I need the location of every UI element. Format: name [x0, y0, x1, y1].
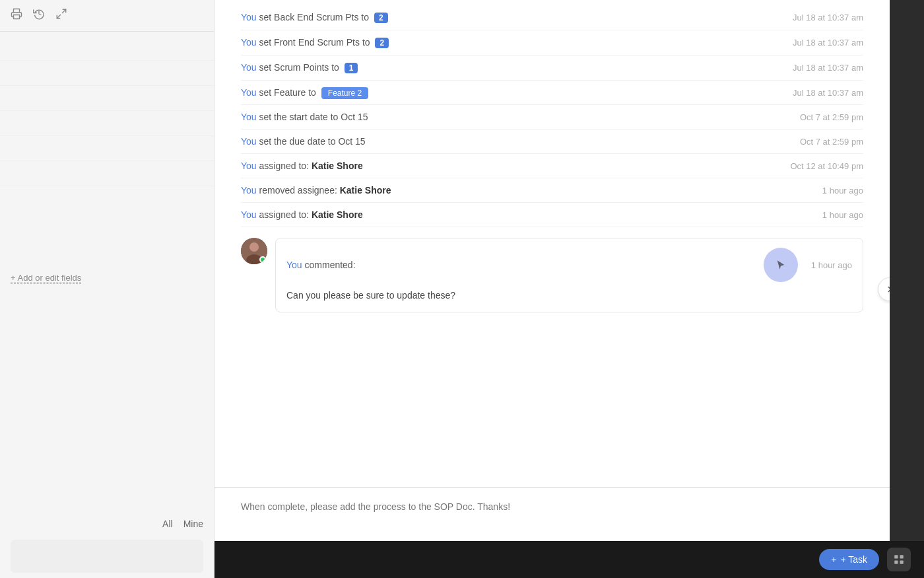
field-row-3	[0, 87, 214, 111]
activity-person-8: Katie Shore	[340, 185, 391, 196]
comment-text-input[interactable]	[214, 488, 890, 541]
field-row-1	[0, 37, 214, 61]
right-dark-panel	[890, 0, 924, 578]
activity-you-6: You	[241, 136, 257, 147]
all-mine-tabs: All Mine	[0, 513, 214, 534]
activity-area: You set Back End Scrum Pts to 2 Jul 18 a…	[214, 0, 890, 487]
activity-time-6: Oct 7 at 2:59 pm	[800, 137, 863, 147]
activity-time-9: 1 hour ago	[822, 210, 863, 220]
sidebar: + Add or edit fields All Mine	[0, 0, 214, 578]
tab-all[interactable]: All	[162, 519, 173, 529]
sidebar-fields	[0, 32, 214, 265]
badge-2: 2	[375, 38, 389, 48]
field-row-6	[0, 163, 214, 186]
activity-person-9: Katie Shore	[312, 209, 363, 220]
online-indicator	[259, 256, 266, 263]
add-task-button[interactable]: + + Task	[819, 549, 879, 570]
svg-line-2	[57, 15, 60, 18]
add-edit-fields-button[interactable]: + Add or edit fields	[0, 265, 214, 291]
activity-text-8: You removed assignee: Katie Shore	[241, 185, 391, 196]
badge-1: 2	[374, 13, 388, 23]
svg-rect-0	[14, 15, 20, 19]
comment-author-line: You commented:	[286, 259, 356, 271]
svg-line-1	[63, 9, 66, 13]
activity-you-4: You	[241, 87, 257, 98]
sidebar-input-area	[0, 534, 214, 578]
svg-rect-23	[894, 555, 898, 558]
svg-rect-25	[894, 561, 898, 564]
svg-rect-26	[900, 561, 904, 564]
activity-time-3: Jul 18 at 10:37 am	[793, 63, 863, 73]
activity-person-7: Katie Shore	[312, 161, 363, 171]
activity-row-5: You set the start date to Oct 15 Oct 7 a…	[241, 105, 863, 129]
activity-text-4: You set Feature to Feature 2	[241, 87, 371, 98]
activity-row-8: You removed assignee: Katie Shore 1 hour…	[241, 178, 863, 203]
activity-row-1: You set Back End Scrum Pts to 2 Jul 18 a…	[241, 5, 863, 30]
comment-body: Can you please be sure to update these?	[286, 289, 852, 303]
activity-time-2: Jul 18 at 10:37 am	[793, 38, 863, 48]
print-icon[interactable]	[11, 8, 22, 23]
activity-time-4: Jul 18 at 10:37 am	[793, 88, 863, 98]
activity-text-5: You set the start date to Oct 15	[241, 112, 368, 122]
activity-text-3: You set Scrum Points to 1	[241, 62, 360, 73]
grid-icon-button[interactable]	[887, 548, 911, 571]
comment-cursor-circle	[764, 248, 798, 282]
activity-you-8: You	[241, 185, 257, 196]
activity-text-2: You set Front End Scrum Pts to 2	[241, 37, 391, 48]
bottom-bar: + + Task	[214, 541, 924, 578]
plus-icon: +	[831, 554, 836, 565]
comment-bubble: You commented: 1 hour ago Can you please…	[275, 238, 863, 312]
task-label: + Task	[840, 554, 867, 565]
tab-mine[interactable]: Mine	[183, 519, 203, 529]
activity-you-5: You	[241, 112, 257, 122]
activity-time-8: 1 hour ago	[822, 186, 863, 196]
comment-author-action: commented:	[302, 260, 356, 270]
svg-point-4	[249, 242, 259, 252]
activity-you-7: You	[241, 161, 257, 171]
comment-card: You commented: 1 hour ago Can you please…	[241, 227, 863, 323]
main-panel: You set Back End Scrum Pts to 2 Jul 18 a…	[214, 0, 890, 578]
comment-avatar	[241, 238, 267, 264]
activity-time-7: Oct 12 at 10:49 pm	[790, 161, 863, 171]
activity-row-6: You set the due date to Oct 15 Oct 7 at …	[241, 129, 863, 154]
activity-you-3: You	[241, 62, 257, 73]
field-row-2	[0, 62, 214, 86]
activity-row-2: You set Front End Scrum Pts to 2 Jul 18 …	[241, 30, 863, 55]
field-row-5	[0, 137, 214, 161]
comment-time: 1 hour ago	[811, 260, 852, 270]
field-row-4	[0, 112, 214, 136]
badge-feature: Feature 2	[321, 87, 368, 99]
activity-you-9: You	[241, 209, 257, 220]
history-icon[interactable]	[33, 8, 45, 23]
svg-rect-24	[900, 555, 904, 558]
activity-row-3: You set Scrum Points to 1 Jul 18 at 10:3…	[241, 55, 863, 81]
sidebar-text-field	[11, 540, 203, 573]
activity-time-5: Oct 7 at 2:59 pm	[800, 112, 863, 122]
activity-text-1: You set Back End Scrum Pts to 2	[241, 12, 391, 23]
activity-row-7: You assigned to: Katie Shore Oct 12 at 1…	[241, 154, 863, 178]
activity-row-4: You set Feature to Feature 2 Jul 18 at 1…	[241, 81, 863, 105]
activity-text-7: You assigned to: Katie Shore	[241, 161, 363, 171]
activity-you-1: You	[241, 12, 257, 22]
badge-3: 1	[345, 63, 358, 73]
comment-author-you: You	[286, 260, 302, 270]
comment-header: You commented: 1 hour ago	[286, 248, 852, 282]
activity-you-2: You	[241, 37, 257, 48]
activity-row-9: You assigned to: Katie Shore 1 hour ago	[241, 203, 863, 227]
expand-icon[interactable]	[55, 8, 67, 23]
sidebar-toolbar	[0, 0, 214, 32]
activity-text-6: You set the due date to Oct 15	[241, 136, 366, 147]
activity-time-1: Jul 18 at 10:37 am	[793, 13, 863, 22]
activity-text-9: You assigned to: Katie Shore	[241, 209, 363, 220]
